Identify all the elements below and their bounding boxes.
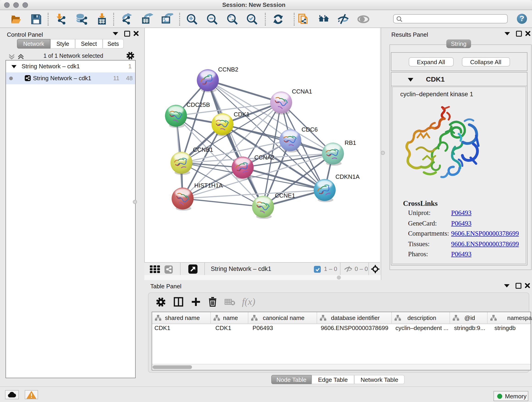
svg-text:CDKN1A: CDKN1A [336,173,360,180]
svg-text:CCNB1: CCNB1 [193,146,213,153]
svg-text:CDK1: CDK1 [234,111,249,118]
svg-text:HIST1H1A: HIST1H1A [194,182,223,189]
svg-text:CDC6: CDC6 [302,126,318,133]
svg-text:CCNA1: CCNA1 [292,88,312,95]
svg-text:RB1: RB1 [345,139,356,146]
svg-text:CCNB2: CCNB2 [218,66,238,73]
svg-text:CCNA2: CCNA2 [254,154,274,161]
svg-text:CCNE1: CCNE1 [275,192,295,199]
svg-text:CDC25B: CDC25B [186,101,210,108]
